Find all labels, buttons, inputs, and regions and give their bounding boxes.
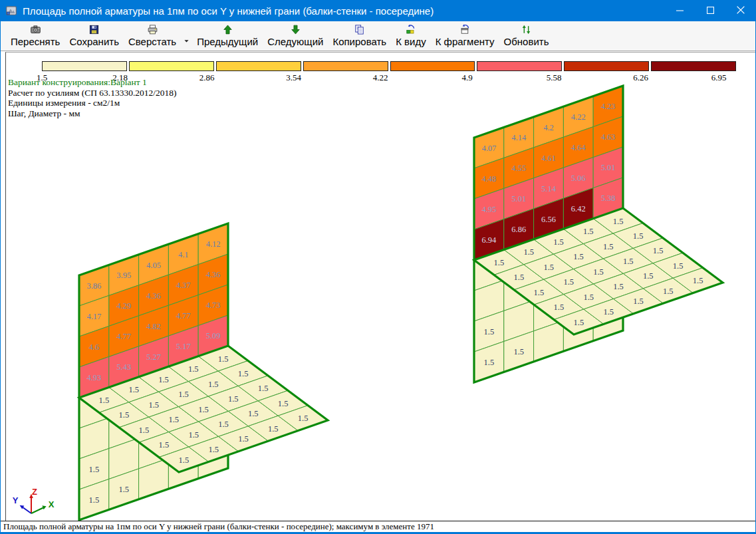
cell-value-label: 4.6 (89, 342, 100, 352)
refresh-icon (521, 24, 532, 35)
cell-value-label: 1.5 (218, 354, 229, 364)
cell-value-label: 1.5 (298, 414, 309, 423)
cell-value-label: 6.56 (541, 215, 556, 224)
maximize-button[interactable] (695, 0, 725, 21)
copy-icon (354, 24, 365, 35)
cell-value-label: 1.5 (693, 276, 703, 285)
cell-value-label: 4.61 (541, 154, 556, 163)
save-button-label: Сохранить (69, 36, 119, 47)
to-fragment-button-label: К фрагменту (436, 36, 495, 47)
save-button[interactable]: Сохранить (64, 21, 124, 51)
cell-value-label: 1.5 (139, 426, 150, 435)
cell-value-label: 1.5 (623, 257, 634, 266)
print-button-label: Сверстать (128, 36, 176, 47)
cell-value-label: 1.5 (523, 247, 534, 257)
app-icon (5, 5, 17, 17)
to-view-button[interactable]: К виду (391, 21, 431, 51)
plot-canvas: 1.52.182.863.544.224.95.586.266.95 Вариа… (5, 52, 756, 521)
cell-value-label: 1.5 (583, 227, 594, 236)
print-button[interactable]: Сверстать (124, 21, 181, 51)
previous-button-label: Предыдущий (197, 36, 258, 47)
resnap-button[interactable]: Переснять (6, 21, 64, 51)
cell-value-label: 5.01 (601, 163, 616, 172)
axes-triad: ZYX (13, 487, 55, 513)
cell-value-label: 1.5 (553, 237, 564, 247)
cell-value-label: 1.5 (89, 465, 100, 474)
cell-value-label: 4.73 (206, 301, 221, 310)
printer-icon (147, 24, 158, 35)
copy-button[interactable]: Копировать (328, 21, 391, 51)
cell-value-label: 4.05 (146, 261, 161, 270)
cell-value-label: 4.36 (146, 291, 161, 301)
cell-value-label: 5.06 (571, 174, 586, 183)
arrow-up-icon (222, 24, 233, 35)
cell-value-label: 4.17 (86, 312, 101, 321)
next-button-label: Следующий (267, 36, 323, 47)
refresh-button-label: Обновить (504, 36, 549, 47)
cell-value-label: 1.5 (593, 267, 604, 277)
cell-value-label: 1.5 (179, 456, 189, 465)
cell-value-label: 1.5 (554, 303, 565, 312)
maximize-icon (707, 5, 714, 17)
cell-value-label: 1.5 (238, 434, 249, 444)
cell-value-label: 1.5 (583, 293, 594, 302)
cell-value-label: 1.5 (188, 364, 199, 374)
status-bar: Площадь полной арматуры на 1пм по оси Y … (0, 521, 756, 532)
cell-value-label: 5.27 (146, 352, 161, 362)
camera-icon (30, 24, 41, 35)
window-title: Площадь полной арматуры на 1пм по оси Y … (23, 5, 434, 17)
cell-value-label: 1.5 (653, 246, 664, 255)
cell-value-label: 1.5 (208, 380, 219, 389)
z-axis-label: Z (32, 487, 37, 497)
cell-value-label: 5.14 (541, 184, 557, 194)
cell-value-label: 4.93 (86, 373, 101, 382)
y-axis (23, 507, 31, 513)
copy-button-label: Копировать (332, 36, 386, 47)
model-canvas: 3.863.954.054.14.124.174.294.364.374.364… (6, 53, 756, 521)
to-fragment-button[interactable]: К фрагменту (431, 21, 499, 51)
next-button[interactable]: Следующий (263, 21, 328, 51)
minimize-button[interactable] (664, 0, 695, 21)
cell-value-label: 1.5 (573, 252, 584, 261)
cell-value-label: 6.94 (481, 235, 497, 245)
left-structure: 3.863.954.054.14.124.174.294.364.374.364… (79, 223, 328, 520)
cell-value-label: 4.22 (571, 112, 586, 122)
cell-value-label: 1.5 (543, 263, 554, 272)
to-fragment-icon (459, 24, 471, 35)
cell-value-label: 4.12 (206, 239, 221, 249)
minimize-icon (676, 5, 684, 17)
cell-value-label: 1.5 (118, 485, 129, 494)
cell-value-label: 1.5 (494, 258, 505, 267)
cell-value-label: 1.5 (218, 420, 229, 429)
cell-value-label: 1.5 (159, 440, 170, 450)
cell-value-label: 1.5 (268, 424, 279, 434)
print-dropdown-button[interactable] (181, 21, 192, 51)
cell-value-label: 1.5 (168, 415, 179, 424)
x-axis-label: X (49, 499, 55, 509)
cell-value-label: 1.5 (119, 410, 130, 420)
cell-value-label: 5.38 (601, 194, 616, 203)
cell-value-label: 1.5 (563, 277, 574, 287)
previous-button[interactable]: Предыдущий (192, 21, 263, 51)
cell-value-label: 4.63 (601, 132, 616, 142)
cell-value-label: 4.37 (176, 281, 191, 290)
close-button[interactable] (725, 0, 756, 21)
cell-value-label: 1.5 (258, 384, 269, 393)
cell-value-label: 4.82 (146, 322, 161, 331)
window-border-left (0, 0, 1, 534)
refresh-button[interactable]: Обновить (499, 21, 554, 51)
cell-value-label: 1.5 (673, 261, 684, 271)
window: Площадь полной арматуры на 1пм по оси Y … (0, 0, 756, 534)
cell-value-label: 5.43 (116, 362, 131, 372)
cell-value-label: 1.5 (633, 297, 644, 306)
cell-value-label: 1.5 (99, 396, 110, 405)
cell-value-label: 1.5 (158, 375, 169, 384)
chevron-down-icon (183, 35, 190, 43)
cell-value-label: 4.77 (116, 332, 131, 341)
cell-value-label: 1.5 (613, 282, 624, 291)
right-structure: 4.074.144.24.224.234.484.554.614.644.634… (474, 86, 723, 382)
cell-value-label: 3.86 (86, 281, 101, 291)
cell-value-label: 1.5 (534, 288, 545, 297)
cell-value-label: 6.42 (571, 204, 586, 213)
cell-value-label: 4.14 (511, 133, 527, 142)
